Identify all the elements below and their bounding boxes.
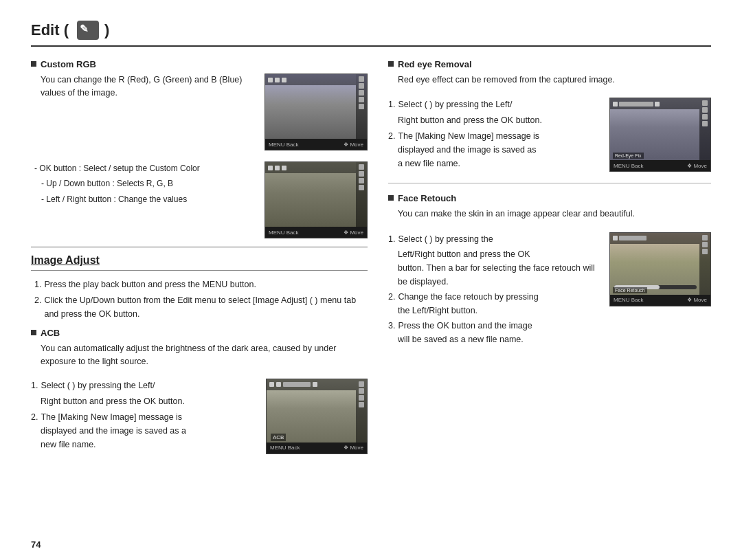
custom-rgb-image-2: MENU Back ❖ Move [265, 161, 368, 238]
acb-steps-area: 1. Select ( ) by pressing the Left/ Righ… [31, 379, 368, 454]
page: Edit ( ✎ ) Custom RGB You can change the… [0, 0, 742, 560]
title-text: Edit ( [31, 21, 69, 39]
face-retouch-steps-area: 1. Select ( ) by pressing the Left/Right… [388, 232, 711, 346]
image-adjust-step-2: 2. Click the Up/Down button from the Edi… [34, 293, 368, 321]
custom-rgb-notes: - OK button : Select / setup the Custom … [34, 161, 254, 208]
face-step-3: 3. Press the OK button and the image [388, 319, 600, 333]
face-step-1: 1. Select ( ) by pressing the [388, 232, 600, 246]
face-step-1b: Left/Right button and press the OK [398, 247, 600, 261]
left-column: Custom RGB You can change the R (Red), G… [31, 59, 368, 454]
acb-step-2-cont: displayed and the image is saved as a [41, 424, 256, 438]
red-eye-step-2: 2. The [Making New Image] message is [388, 129, 600, 143]
custom-rgb-section: Custom RGB You can change the R (Red), G… [31, 59, 368, 150]
face-step-2: 2. Change the face retouch by pressing [388, 290, 600, 304]
face-step-3b: will be saved as a new file name. [398, 333, 600, 346]
face-retouch-steps-text: 1. Select ( ) by pressing the Left/Right… [388, 232, 600, 346]
acb-step-2-cont2: new file name. [41, 438, 256, 451]
face-retouch-section: Face Retouch You can make the skin in an… [388, 193, 711, 221]
custom-rgb-notes-row: - OK button : Select / setup the Custom … [31, 161, 368, 238]
custom-rgb-description: You can change the R (Red), G (Green) an… [41, 74, 254, 100]
red-eye-image: Red-Eye Fix MENU Back ❖ Move [609, 98, 711, 172]
bullet-face-icon [388, 195, 394, 201]
acb-section: ACB You can automatically adjust the bri… [31, 328, 368, 369]
custom-rgb-image-1: MENU Back ❖ Move [265, 74, 368, 150]
note-left-right: - Left / Right button : Change the value… [41, 192, 254, 206]
note-up-down: - Up / Down button : Selects R, G, B [41, 177, 254, 190]
acb-step-2: 2. The [Making New Image] message is [31, 410, 256, 424]
image-adjust-steps: 1. Press the play back button and press … [34, 278, 368, 321]
content-area: Custom RGB You can change the R (Red), G… [31, 59, 711, 454]
face-step-2b: the Left/Right button. [398, 304, 600, 317]
bullet-icon [31, 61, 36, 67]
face-retouch-description: You can make the skin in an image appear… [398, 208, 711, 221]
red-eye-steps-text: 1. Select ( ) by pressing the Left/ Righ… [388, 98, 600, 170]
red-eye-description: Red eye effect can be removed from the c… [398, 74, 711, 87]
page-title: Edit ( ✎ ) [31, 21, 711, 47]
right-divider [388, 183, 711, 183]
bullet-acb-icon [31, 330, 36, 335]
acb-image: ACB MENU Back ❖ Move [266, 379, 368, 454]
acb-step-1b: Right button and press the OK button. [41, 394, 256, 408]
red-eye-steps-area: 1. Select ( ) by pressing the Left/ Righ… [388, 98, 711, 172]
red-eye-step-2c: a new file name. [398, 157, 600, 170]
custom-rgb-heading: Custom RGB [31, 59, 368, 69]
red-eye-step-1: 1. Select ( ) by pressing the Left/ [388, 98, 600, 111]
acb-steps-text: 1. Select ( ) by pressing the Left/ Righ… [31, 379, 256, 451]
section-divider [31, 247, 368, 247]
right-column: Red eye Removal Red eye effect can be re… [388, 59, 711, 454]
face-step-1c: button. Then a bar for selecting the fac… [398, 261, 600, 289]
acb-step-1: 1. Select ( ) by pressing the Left/ [31, 379, 256, 392]
red-eye-heading: Red eye Removal [388, 59, 711, 69]
page-number: 74 [31, 539, 41, 550]
image-adjust-heading: Image Adjust [31, 254, 368, 271]
red-eye-step-2b: displayed and the image is saved as [398, 143, 600, 157]
face-retouch-image: Face Retouch MENU Back ❖ Move [609, 232, 711, 306]
bullet-red-eye-icon [388, 61, 394, 67]
red-eye-step-1b: Right button and press the OK button. [398, 113, 600, 127]
image-adjust-step-1: 1. Press the play back button and press … [34, 278, 368, 291]
note-ok-button: - OK button : Select / setup the Custom … [34, 161, 254, 175]
face-retouch-heading: Face Retouch [388, 193, 711, 203]
acb-description: You can automatically adjust the brightn… [41, 342, 368, 369]
acb-heading: ACB [31, 328, 368, 338]
red-eye-section: Red eye Removal Red eye effect can be re… [388, 59, 711, 87]
